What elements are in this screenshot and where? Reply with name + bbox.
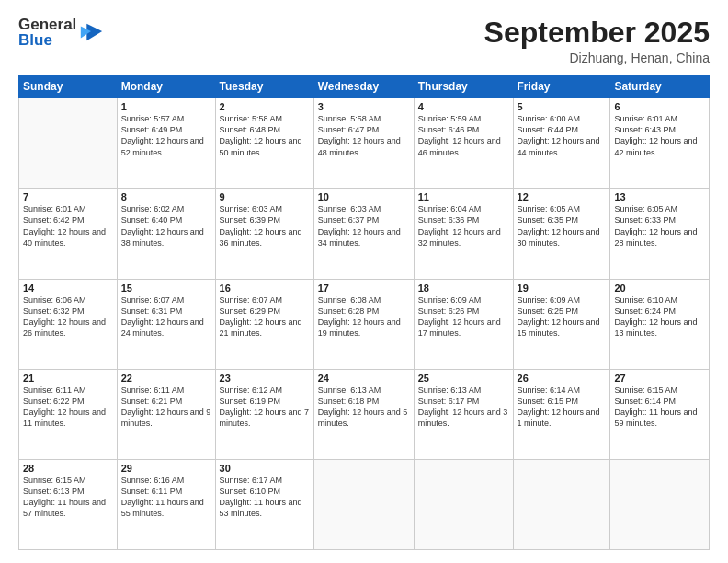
- day-info: Sunrise: 6:05 AM Sunset: 6:35 PM Dayligh…: [518, 203, 607, 248]
- day-header-tuesday: Tuesday: [215, 75, 313, 98]
- day-info: Sunrise: 6:16 AM Sunset: 6:11 PM Dayligh…: [121, 475, 211, 520]
- table-row: 8Sunrise: 6:02 AM Sunset: 6:40 PM Daylig…: [117, 189, 215, 279]
- table-row: 7Sunrise: 6:01 AM Sunset: 6:42 PM Daylig…: [19, 189, 118, 279]
- day-info: Sunrise: 5:58 AM Sunset: 6:48 PM Dayligh…: [220, 113, 310, 158]
- day-info: Sunrise: 6:10 AM Sunset: 6:24 PM Dayligh…: [614, 294, 705, 339]
- day-info: Sunrise: 5:59 AM Sunset: 6:46 PM Dayligh…: [418, 113, 509, 158]
- table-row: 5Sunrise: 6:00 AM Sunset: 6:44 PM Daylig…: [513, 98, 610, 189]
- day-number: 18: [418, 282, 509, 293]
- day-info: Sunrise: 6:09 AM Sunset: 6:26 PM Dayligh…: [418, 294, 509, 339]
- table-row: 22Sunrise: 6:11 AM Sunset: 6:21 PM Dayli…: [117, 369, 215, 459]
- table-row: 28Sunrise: 6:15 AM Sunset: 6:13 PM Dayli…: [19, 459, 118, 549]
- day-number: 25: [418, 373, 509, 384]
- calendar-table: SundayMondayTuesdayWednesdayThursdayFrid…: [18, 75, 710, 550]
- day-number: 7: [23, 191, 113, 202]
- table-row: 16Sunrise: 6:07 AM Sunset: 6:29 PM Dayli…: [215, 279, 313, 369]
- table-row: 21Sunrise: 6:11 AM Sunset: 6:22 PM Dayli…: [19, 369, 118, 459]
- day-info: Sunrise: 6:12 AM Sunset: 6:19 PM Dayligh…: [220, 385, 310, 430]
- table-row: [313, 459, 414, 549]
- logo-icon: [78, 19, 104, 45]
- day-number: 26: [518, 373, 607, 384]
- table-row: 20Sunrise: 6:10 AM Sunset: 6:24 PM Dayli…: [610, 279, 710, 369]
- day-header-saturday: Saturday: [610, 75, 710, 98]
- table-row: 17Sunrise: 6:08 AM Sunset: 6:28 PM Dayli…: [313, 279, 414, 369]
- day-info: Sunrise: 6:04 AM Sunset: 6:36 PM Dayligh…: [418, 203, 509, 248]
- day-header-sunday: Sunday: [19, 75, 118, 98]
- day-number: 12: [518, 191, 607, 202]
- day-number: 13: [614, 191, 705, 202]
- day-header-friday: Friday: [513, 75, 610, 98]
- day-info: Sunrise: 6:01 AM Sunset: 6:42 PM Dayligh…: [23, 203, 113, 248]
- day-number: 30: [220, 463, 310, 474]
- month-title: September 2025: [484, 17, 710, 49]
- table-row: 30Sunrise: 6:17 AM Sunset: 6:10 PM Dayli…: [215, 459, 313, 549]
- day-number: 14: [23, 282, 113, 293]
- day-header-monday: Monday: [117, 75, 215, 98]
- day-info: Sunrise: 6:03 AM Sunset: 6:39 PM Dayligh…: [220, 203, 310, 248]
- day-number: 17: [318, 282, 410, 293]
- day-header-thursday: Thursday: [414, 75, 513, 98]
- day-number: 3: [318, 101, 410, 112]
- table-row: 2Sunrise: 5:58 AM Sunset: 6:48 PM Daylig…: [215, 98, 313, 189]
- day-info: Sunrise: 6:01 AM Sunset: 6:43 PM Dayligh…: [614, 113, 705, 158]
- day-info: Sunrise: 6:07 AM Sunset: 6:31 PM Dayligh…: [121, 294, 211, 339]
- table-row: 27Sunrise: 6:15 AM Sunset: 6:14 PM Dayli…: [610, 369, 710, 459]
- table-row: 9Sunrise: 6:03 AM Sunset: 6:39 PM Daylig…: [215, 189, 313, 279]
- day-info: Sunrise: 6:09 AM Sunset: 6:25 PM Dayligh…: [518, 294, 607, 339]
- day-number: 19: [518, 282, 607, 293]
- table-row: 25Sunrise: 6:13 AM Sunset: 6:17 PM Dayli…: [414, 369, 513, 459]
- day-number: 16: [220, 282, 310, 293]
- day-info: Sunrise: 6:14 AM Sunset: 6:15 PM Dayligh…: [518, 385, 607, 430]
- day-info: Sunrise: 6:11 AM Sunset: 6:21 PM Dayligh…: [121, 385, 211, 430]
- day-number: 28: [23, 463, 113, 474]
- table-row: 4Sunrise: 5:59 AM Sunset: 6:46 PM Daylig…: [414, 98, 513, 189]
- table-row: 10Sunrise: 6:03 AM Sunset: 6:37 PM Dayli…: [313, 189, 414, 279]
- day-number: 9: [220, 191, 310, 202]
- day-info: Sunrise: 6:07 AM Sunset: 6:29 PM Dayligh…: [220, 294, 310, 339]
- table-row: 15Sunrise: 6:07 AM Sunset: 6:31 PM Dayli…: [117, 279, 215, 369]
- day-number: 15: [121, 282, 211, 293]
- table-row: 11Sunrise: 6:04 AM Sunset: 6:36 PM Dayli…: [414, 189, 513, 279]
- table-row: [19, 98, 118, 189]
- day-info: Sunrise: 6:00 AM Sunset: 6:44 PM Dayligh…: [518, 113, 607, 158]
- table-row: 14Sunrise: 6:06 AM Sunset: 6:32 PM Dayli…: [19, 279, 118, 369]
- day-number: 23: [220, 373, 310, 384]
- location-subtitle: Dizhuang, Henan, China: [484, 51, 710, 65]
- day-info: Sunrise: 6:02 AM Sunset: 6:40 PM Dayligh…: [121, 203, 211, 248]
- title-block: September 2025 Dizhuang, Henan, China: [484, 17, 710, 65]
- day-number: 10: [318, 191, 410, 202]
- logo-general: General: [18, 17, 76, 32]
- table-row: 3Sunrise: 5:58 AM Sunset: 6:47 PM Daylig…: [313, 98, 414, 189]
- day-info: Sunrise: 6:06 AM Sunset: 6:32 PM Dayligh…: [23, 294, 113, 339]
- table-row: [610, 459, 710, 549]
- day-info: Sunrise: 6:05 AM Sunset: 6:33 PM Dayligh…: [614, 203, 705, 248]
- table-row: 13Sunrise: 6:05 AM Sunset: 6:33 PM Dayli…: [610, 189, 710, 279]
- table-row: 6Sunrise: 6:01 AM Sunset: 6:43 PM Daylig…: [610, 98, 710, 189]
- day-number: 11: [418, 191, 509, 202]
- day-info: Sunrise: 6:13 AM Sunset: 6:17 PM Dayligh…: [418, 385, 509, 430]
- table-row: 1Sunrise: 5:57 AM Sunset: 6:49 PM Daylig…: [117, 98, 215, 189]
- day-number: 27: [614, 373, 705, 384]
- day-info: Sunrise: 6:15 AM Sunset: 6:13 PM Dayligh…: [23, 475, 113, 520]
- day-number: 6: [614, 101, 705, 112]
- table-row: 23Sunrise: 6:12 AM Sunset: 6:19 PM Dayli…: [215, 369, 313, 459]
- table-row: [414, 459, 513, 549]
- table-row: 29Sunrise: 6:16 AM Sunset: 6:11 PM Dayli…: [117, 459, 215, 549]
- day-info: Sunrise: 6:17 AM Sunset: 6:10 PM Dayligh…: [220, 475, 310, 520]
- table-row: 12Sunrise: 6:05 AM Sunset: 6:35 PM Dayli…: [513, 189, 610, 279]
- day-info: Sunrise: 5:57 AM Sunset: 6:49 PM Dayligh…: [121, 113, 211, 158]
- day-number: 22: [121, 373, 211, 384]
- day-info: Sunrise: 6:15 AM Sunset: 6:14 PM Dayligh…: [614, 385, 705, 430]
- day-info: Sunrise: 6:11 AM Sunset: 6:22 PM Dayligh…: [23, 385, 113, 430]
- day-info: Sunrise: 5:58 AM Sunset: 6:47 PM Dayligh…: [318, 113, 410, 158]
- day-number: 8: [121, 191, 211, 202]
- day-number: 2: [220, 101, 310, 112]
- day-info: Sunrise: 6:13 AM Sunset: 6:18 PM Dayligh…: [318, 385, 410, 430]
- day-info: Sunrise: 6:03 AM Sunset: 6:37 PM Dayligh…: [318, 203, 410, 248]
- day-number: 1: [121, 101, 211, 112]
- table-row: 18Sunrise: 6:09 AM Sunset: 6:26 PM Dayli…: [414, 279, 513, 369]
- table-row: 24Sunrise: 6:13 AM Sunset: 6:18 PM Dayli…: [313, 369, 414, 459]
- day-number: 4: [418, 101, 509, 112]
- table-row: [513, 459, 610, 549]
- day-header-wednesday: Wednesday: [313, 75, 414, 98]
